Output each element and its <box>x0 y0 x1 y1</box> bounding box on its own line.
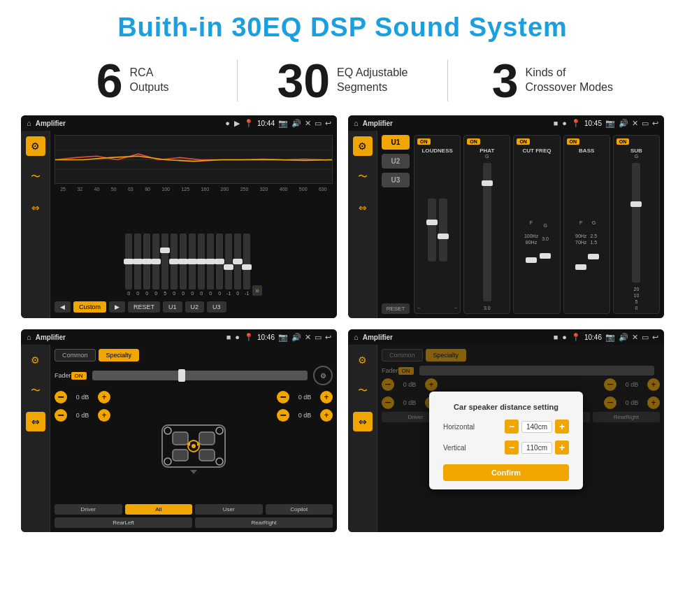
eq-next-btn[interactable]: ▶ <box>109 301 125 313</box>
back-icon-4[interactable]: ↩ <box>652 333 658 342</box>
rect-icon-2[interactable]: ▭ <box>642 119 649 128</box>
back-icon-1[interactable]: ↩ <box>325 119 331 128</box>
home-icon-4[interactable]: ⌂ <box>354 333 359 341</box>
slider-thumb-4[interactable] <box>151 259 161 264</box>
slider-thumb-7[interactable] <box>178 259 188 264</box>
home-icon-3[interactable]: ⌂ <box>27 333 31 341</box>
fader-settings-icon[interactable]: ⚙ <box>313 366 333 385</box>
bass-thumb-2[interactable] <box>588 254 599 259</box>
vol-minus-3[interactable]: − <box>277 391 289 403</box>
slider-track-6[interactable] <box>171 234 178 289</box>
sub-thumb[interactable] <box>630 201 642 207</box>
slider-track-14[interactable] <box>243 234 250 289</box>
btn-driver[interactable]: Driver <box>55 504 122 515</box>
slider-track-12[interactable] <box>225 234 232 289</box>
x-icon-1[interactable]: ✕ <box>305 119 311 128</box>
loudness-slider-2[interactable] <box>439 199 447 262</box>
horizontal-minus-btn[interactable]: − <box>505 420 519 434</box>
sidebar-vol-icon-3[interactable]: ⇔ <box>26 412 45 431</box>
volume-icon-4[interactable]: 🔊 <box>619 333 628 342</box>
sub-slider[interactable] <box>632 163 640 282</box>
preset-u3[interactable]: U3 <box>382 173 410 187</box>
x-icon-4[interactable]: ✕ <box>632 333 638 342</box>
eq-reset-btn[interactable]: RESET <box>128 301 160 313</box>
slider-thumb-2[interactable] <box>133 259 143 264</box>
slider-thumb-12[interactable] <box>224 264 233 270</box>
back-icon-2[interactable]: ↩ <box>652 119 658 128</box>
slider-track-3[interactable] <box>143 234 150 289</box>
slider-thumb-1[interactable] <box>124 259 134 264</box>
rect-icon-1[interactable]: ▭ <box>315 119 322 128</box>
camera-icon-2[interactable]: 📷 <box>605 119 615 128</box>
slider-track-8[interactable] <box>189 234 196 289</box>
slider-track-11[interactable] <box>216 234 223 289</box>
sidebar-wave-icon[interactable]: 〜 <box>26 167 45 187</box>
vol-minus-4[interactable]: − <box>277 409 289 422</box>
sidebar-wave-icon-2[interactable]: 〜 <box>353 167 373 187</box>
slider-track-7[interactable] <box>180 234 187 289</box>
slider-thumb-6[interactable] <box>169 259 179 264</box>
back-icon-3[interactable]: ↩ <box>325 333 331 342</box>
vol-minus-2[interactable]: − <box>55 409 67 422</box>
sidebar-eq-icon-2[interactable]: ⚙ <box>353 136 373 156</box>
expand-icon[interactable]: » <box>252 285 262 296</box>
slider-thumb-3[interactable] <box>142 259 152 264</box>
preset-u1[interactable]: U1 <box>382 135 410 150</box>
cutfreq-thumb-2[interactable] <box>540 253 551 259</box>
slider-track-13[interactable] <box>234 234 241 289</box>
slider-thumb-10[interactable] <box>206 259 215 264</box>
slider-track-5[interactable] <box>161 234 168 289</box>
sidebar-eq-icon-4[interactable]: ⚙ <box>353 350 373 370</box>
volume-icon-1[interactable]: 🔊 <box>291 119 301 128</box>
eq-u2-btn[interactable]: U2 <box>185 301 205 313</box>
volume-icon-3[interactable]: 🔊 <box>291 333 301 342</box>
vol-plus-4[interactable]: + <box>320 409 333 422</box>
camera-icon-3[interactable]: 📷 <box>278 333 288 342</box>
slider-track-2[interactable] <box>134 234 141 289</box>
fader-slider-thumb[interactable] <box>178 369 185 382</box>
btn-all[interactable]: All <box>125 504 193 515</box>
camera-icon-1[interactable]: 📷 <box>278 119 288 128</box>
sidebar-eq-icon-3[interactable]: ⚙ <box>26 350 45 370</box>
play-icon-1[interactable]: ▶ <box>234 119 240 128</box>
slider-thumb-8[interactable] <box>187 259 197 264</box>
camera-icon-4[interactable]: 📷 <box>605 333 615 342</box>
sidebar-eq-icon[interactable]: ⚙ <box>26 136 45 156</box>
phat-slider[interactable] <box>483 163 491 301</box>
loudness-thumb-2[interactable] <box>438 234 449 239</box>
slider-track-4[interactable] <box>152 234 159 289</box>
slider-thumb-5[interactable] <box>160 248 170 253</box>
slider-thumb-9[interactable] <box>196 259 206 264</box>
slider-track-1[interactable] <box>125 234 132 289</box>
tab-specialty[interactable]: Specialty <box>99 349 140 361</box>
home-icon-2[interactable]: ⌂ <box>354 119 359 127</box>
slider-thumb-13[interactable] <box>233 259 243 264</box>
slider-track-10[interactable] <box>207 234 214 289</box>
eq-custom-btn[interactable]: Custom <box>73 301 106 313</box>
btn-rearright[interactable]: RearRight <box>195 517 333 528</box>
tab-common[interactable]: Common <box>55 349 96 361</box>
slider-track-9[interactable] <box>198 234 205 289</box>
eq-u3-btn[interactable]: U3 <box>207 301 226 313</box>
sidebar-vol-icon-2[interactable]: ⇔ <box>353 198 373 217</box>
rect-icon-4[interactable]: ▭ <box>642 333 649 342</box>
home-icon-1[interactable]: ⌂ <box>27 119 31 127</box>
sidebar-wave-icon-4[interactable]: 〜 <box>353 381 373 401</box>
btn-rearleft[interactable]: RearLeft <box>55 517 192 528</box>
vol-plus-3[interactable]: + <box>320 391 333 403</box>
rect-icon-3[interactable]: ▭ <box>315 333 322 342</box>
vol-plus-1[interactable]: + <box>98 391 110 403</box>
phat-thumb[interactable] <box>482 180 493 186</box>
btn-user[interactable]: User <box>195 504 263 515</box>
sidebar-vol-icon-4[interactable]: ⇔ <box>353 412 373 431</box>
preset-u2[interactable]: U2 <box>382 154 410 169</box>
eq-prev-btn[interactable]: ◀ <box>55 301 71 313</box>
vertical-plus-btn[interactable]: + <box>555 440 569 454</box>
slider-thumb-14[interactable] <box>242 264 252 270</box>
volume-icon-2[interactable]: 🔊 <box>619 119 628 128</box>
slider-thumb-11[interactable] <box>215 259 224 264</box>
vol-plus-2[interactable]: + <box>98 409 110 422</box>
vol-minus-1[interactable]: − <box>55 391 67 403</box>
loudness-thumb-1[interactable] <box>426 220 438 225</box>
vertical-minus-btn[interactable]: − <box>505 440 519 454</box>
